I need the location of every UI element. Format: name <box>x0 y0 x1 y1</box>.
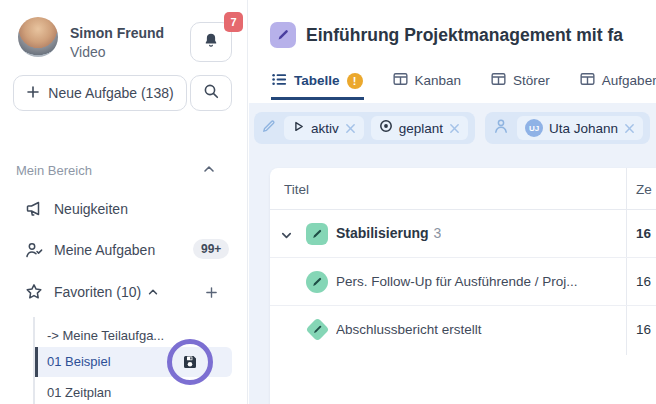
task-count-badge: 99+ <box>193 239 229 259</box>
notification-count-badge: 7 <box>224 12 243 32</box>
search-icon <box>203 83 220 104</box>
play-icon <box>292 119 305 137</box>
favorite-item-zeitplan[interactable]: 01 Zeitplan <box>35 382 232 404</box>
warning-badge: ! <box>347 73 363 89</box>
add-favorite-button[interactable] <box>200 281 222 303</box>
chevron-down-icon[interactable] <box>280 228 293 246</box>
status-filter-group: aktiv geplant <box>254 112 475 144</box>
plus-icon <box>26 85 40 102</box>
table-row-stabilisierung[interactable]: Stabilisierung3 16 <box>270 210 656 258</box>
filter-chips-row: aktiv geplant <box>254 112 650 144</box>
bell-icon <box>202 31 220 53</box>
table-header: Titel Ze <box>270 168 656 210</box>
close-icon[interactable] <box>624 123 635 134</box>
tab-label: Tabelle <box>294 73 340 88</box>
close-icon[interactable] <box>449 123 460 134</box>
main-area: Einführung Projektmanagement mit fa Tabe… <box>249 0 656 404</box>
row-value: 16 <box>636 274 651 289</box>
row-value: 16 <box>636 322 651 337</box>
sidebar-item-meine-aufgaben[interactable]: Meine Aufgaben 99+ <box>0 237 232 265</box>
table-row-abschlussbericht[interactable]: Abschlussbericht erstellt 16 <box>270 306 656 354</box>
favorite-item-teilaufgaben[interactable]: -> Meine Teilaufga... <box>35 325 232 347</box>
app-window: Simon Freund Video 7 Neue Aufgabe (138) … <box>0 0 656 404</box>
tab-label: Kanban <box>415 73 462 88</box>
filter-chip-geplant[interactable]: geplant <box>371 116 468 140</box>
filter-chip-aktiv[interactable]: aktiv <box>284 116 364 140</box>
person-icon <box>492 117 510 139</box>
task-pencil-icon <box>306 271 328 293</box>
sidebar-item-label: Neuigkeiten <box>54 201 128 217</box>
tab-kanban[interactable]: Kanban <box>392 66 463 100</box>
table-row-followup[interactable]: Pers. Follow-Up für Ausführende / Proj..… <box>270 258 656 306</box>
close-icon[interactable] <box>345 123 356 134</box>
row-value: 16 <box>636 226 651 241</box>
column-header-zeitraum[interactable]: Ze <box>636 182 652 197</box>
column-header-titel[interactable]: Titel <box>284 182 309 197</box>
favorite-item-beispiel-selected[interactable]: 01 Beispiel <box>35 347 232 377</box>
selected-indicator <box>35 347 38 377</box>
tab-stoerer[interactable]: Störer <box>490 66 551 100</box>
milestone-pencil-icon <box>305 317 329 341</box>
tab-bar: Tabelle ! Kanban Störer Aufgabenst <box>271 66 656 100</box>
tab-label: Aufgabenst <box>602 73 656 88</box>
filter-chip-uta-johann[interactable]: UJ Uta Johann <box>517 116 643 140</box>
star-icon <box>24 282 44 306</box>
page-title: Einführung Projektmanagement mit fa <box>306 25 656 46</box>
user-subtitle: Video <box>70 44 106 60</box>
user-check-icon <box>24 240 44 264</box>
list-icon <box>272 73 287 89</box>
tab-tabelle[interactable]: Tabelle ! <box>271 66 364 100</box>
chevron-up-icon <box>147 285 159 301</box>
sidebar-item-favoriten[interactable]: Favoriten (10) <box>0 279 232 307</box>
section-title: Mein Bereich <box>16 163 92 178</box>
phase-pencil-icon <box>306 223 328 245</box>
content-area: aktiv geplant <box>249 103 656 404</box>
sidebar-item-neuigkeiten[interactable]: Neuigkeiten <box>0 196 232 224</box>
row-count: 3 <box>434 225 442 241</box>
person-filter-group: UJ Uta Johann <box>485 112 650 144</box>
row-title: Stabilisierung3 <box>336 225 441 241</box>
target-icon <box>379 119 393 137</box>
sidebar: Simon Freund Video 7 Neue Aufgabe (138) … <box>0 0 248 404</box>
row-title: Abschlussbericht erstellt <box>336 322 482 337</box>
section-mein-bereich[interactable]: Mein Bereich <box>16 161 224 179</box>
board-icon <box>491 72 506 89</box>
search-button[interactable] <box>190 75 232 111</box>
tab-aufgabenstellung[interactable]: Aufgabenst <box>579 66 656 100</box>
user-name: Simon Freund <box>70 25 164 41</box>
project-pencil-icon <box>270 22 296 48</box>
person-avatar: UJ <box>525 119 543 137</box>
board-icon <box>580 72 595 89</box>
new-task-label: Neue Aufgabe (138) <box>48 85 173 101</box>
megaphone-icon <box>24 199 44 223</box>
task-table: Titel Ze Stabilisierung3 16 <box>270 168 656 404</box>
user-avatar[interactable] <box>18 17 58 57</box>
sidebar-item-label: Favoriten (10) <box>54 284 159 301</box>
row-title: Pers. Follow-Up für Ausführende / Proj..… <box>336 274 578 289</box>
save-icon[interactable] <box>182 354 198 370</box>
new-task-button[interactable]: Neue Aufgabe (138) <box>13 75 187 111</box>
chevron-up-icon[interactable] <box>202 162 216 180</box>
pencil-filter-icon <box>261 118 277 138</box>
sidebar-item-label: Meine Aufgaben <box>54 242 155 258</box>
tab-label: Störer <box>513 73 550 88</box>
board-icon <box>393 72 408 89</box>
